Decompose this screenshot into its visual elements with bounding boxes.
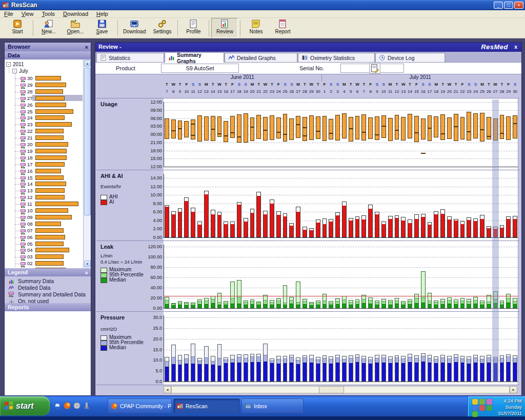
ahi-bar[interactable] — [244, 218, 248, 237]
ahi-bar[interactable] — [283, 213, 288, 237]
tree-day-usage-bar[interactable] — [35, 135, 64, 140]
toolbar-save-button[interactable]: Save — [89, 18, 115, 38]
leak-bar[interactable] — [329, 301, 333, 308]
usage-bar[interactable] — [434, 116, 438, 137]
tree-day-label[interactable]: 05 — [27, 241, 33, 247]
ahi-bar[interactable] — [375, 212, 379, 237]
ahi-bar[interactable] — [401, 217, 406, 237]
pressure-bar[interactable] — [184, 354, 189, 382]
pressure-bar[interactable] — [217, 344, 222, 382]
app-titlebar[interactable]: ResScan _ □ × — [0, 0, 525, 10]
maximize-icon[interactable]: □ — [504, 2, 513, 9]
toolbar-download-button[interactable]: Download — [120, 18, 149, 38]
leak-bar[interactable] — [191, 303, 195, 308]
leak-bar[interactable] — [342, 296, 347, 308]
toolbar-report-button[interactable]: Report — [269, 18, 296, 38]
tree-day-label[interactable]: 22 — [27, 128, 33, 134]
ahi-bar[interactable] — [487, 226, 491, 237]
pressure-bar[interactable] — [191, 344, 195, 382]
ahi-bar[interactable] — [322, 218, 327, 237]
tree-day-usage-bar[interactable] — [35, 96, 65, 101]
tab-detailed-graphs[interactable]: Detailed Graphs — [225, 53, 297, 62]
tree-day-usage-bar[interactable] — [35, 175, 64, 180]
pressure-bar[interactable] — [440, 355, 445, 382]
globe-icon[interactable] — [73, 402, 81, 410]
pressure-bar[interactable] — [434, 356, 438, 382]
tree-day-usage-bar[interactable] — [35, 208, 68, 213]
leak-bar[interactable] — [217, 293, 222, 308]
tree-day-label[interactable]: 28 — [27, 89, 33, 94]
tray-icon[interactable] — [472, 411, 478, 417]
scroll-right-icon[interactable]: ► — [510, 386, 517, 393]
tree-day-usage-bar[interactable] — [35, 129, 64, 133]
leak-bar[interactable] — [204, 298, 209, 308]
pressure-bar[interactable] — [401, 356, 406, 382]
usage-bar[interactable] — [289, 118, 294, 140]
pressure-bar[interactable] — [276, 356, 281, 382]
toolbar-start-button[interactable]: Start — [4, 18, 31, 38]
ahi-bar[interactable] — [204, 191, 209, 237]
leak-bar[interactable] — [250, 299, 255, 308]
tree-scrollbar[interactable]: ▲▼ — [83, 59, 91, 268]
pressure-bar[interactable] — [342, 356, 347, 382]
leak-bar[interactable] — [361, 295, 366, 308]
ie-icon[interactable] — [53, 402, 62, 410]
ahi-bar[interactable] — [230, 222, 235, 237]
leak-bar[interactable] — [244, 301, 248, 308]
usage-bar[interactable] — [375, 116, 379, 140]
ahi-bar[interactable] — [460, 221, 465, 237]
tree-day-label[interactable]: 14 — [27, 181, 33, 187]
usage-bar[interactable] — [349, 117, 353, 142]
pressure-bar[interactable] — [375, 355, 379, 382]
leak-bar[interactable] — [171, 303, 176, 308]
pressure-bar[interactable] — [230, 355, 235, 382]
usage-bar[interactable] — [224, 121, 228, 142]
close-icon[interactable]: × — [85, 269, 88, 277]
usage-bar[interactable] — [270, 115, 274, 140]
pressure-bar[interactable] — [395, 355, 399, 382]
leak-bar[interactable] — [408, 299, 412, 308]
ahi-bar[interactable] — [276, 211, 281, 237]
ahi-bar[interactable] — [395, 215, 399, 237]
tree-day-usage-bar[interactable] — [35, 76, 61, 81]
tray-icon[interactable] — [479, 405, 485, 411]
ahi-bar[interactable] — [480, 215, 484, 237]
tree-day-label[interactable]: 25 — [27, 109, 33, 114]
leak-bar[interactable] — [296, 282, 300, 308]
pressure-bar[interactable] — [408, 354, 412, 382]
usage-bar[interactable] — [178, 121, 183, 140]
tree-day-usage-bar[interactable] — [35, 188, 65, 193]
usage-bar[interactable] — [302, 117, 307, 141]
ahi-bar[interactable] — [270, 199, 274, 237]
usage-bar[interactable] — [473, 113, 478, 138]
pressure-bar[interactable] — [211, 356, 215, 382]
tree-day-label[interactable]: 19 — [27, 148, 33, 154]
ahi-bar[interactable] — [513, 216, 517, 237]
usage-bar[interactable] — [283, 114, 288, 142]
tree-day-usage-bar[interactable] — [35, 103, 66, 107]
pressure-bar[interactable] — [322, 355, 327, 382]
usage-bar[interactable] — [401, 117, 406, 140]
usage-bar[interactable] — [217, 116, 222, 137]
pressure-bar[interactable] — [473, 355, 478, 382]
tree-day-usage-bar[interactable] — [35, 222, 61, 226]
pressure-bar[interactable] — [171, 345, 176, 382]
leak-bar[interactable] — [513, 298, 517, 308]
usage-bar[interactable] — [171, 119, 176, 138]
ahi-bar[interactable] — [335, 212, 340, 237]
ahi-bar[interactable] — [447, 216, 452, 237]
tree-day-label[interactable]: 07 — [27, 228, 33, 233]
ahi-bar[interactable] — [250, 209, 255, 237]
leak-bar[interactable] — [283, 285, 288, 308]
usage-bar[interactable] — [237, 114, 241, 143]
ahi-bar[interactable] — [217, 212, 222, 237]
ahi-bar[interactable] — [440, 209, 445, 237]
leak-bar[interactable] — [224, 301, 228, 308]
ahi-bar[interactable] — [309, 228, 314, 237]
product-value-field[interactable]: S9 AutoSet — [161, 64, 239, 73]
pressure-bar[interactable] — [309, 355, 314, 382]
ahi-bar[interactable] — [296, 207, 300, 237]
leak-bar[interactable] — [500, 301, 504, 308]
tray-icon[interactable] — [472, 399, 478, 405]
ahi-bar[interactable] — [421, 214, 426, 237]
